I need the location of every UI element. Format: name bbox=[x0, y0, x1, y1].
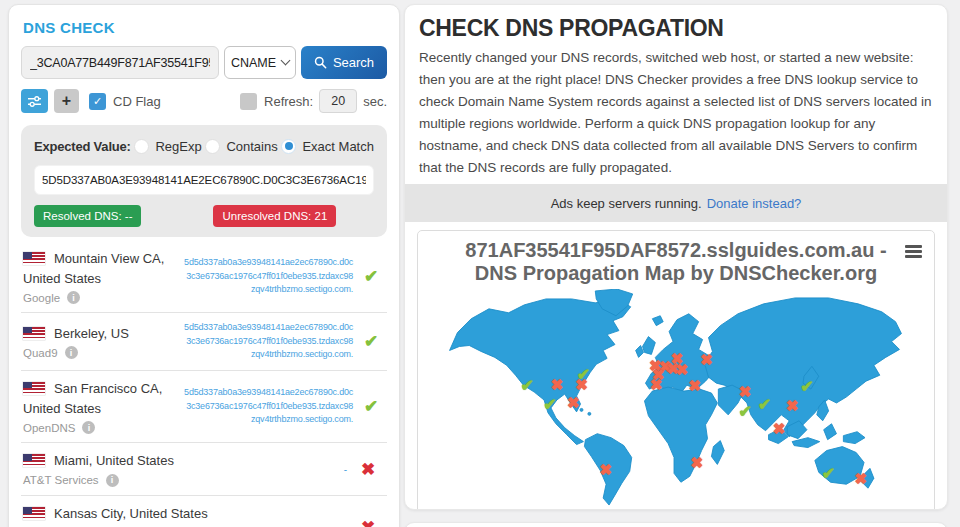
search-icon bbox=[314, 56, 327, 69]
unresolved-marker-icon: ✖ bbox=[567, 395, 580, 410]
map-title-line2: DNS Propagation Map by DNSChecker.org bbox=[418, 262, 934, 285]
next-section-card bbox=[404, 522, 948, 527]
server-provider: AT&T Services bbox=[23, 474, 99, 486]
ads-strip: Ads keep servers running. Donate instead… bbox=[405, 184, 947, 222]
radio-exact-match[interactable]: Exact Match bbox=[281, 139, 374, 154]
chart-menu-icon[interactable] bbox=[905, 245, 922, 260]
server-row: San Francisco CA, United States OpenDNS … bbox=[21, 371, 387, 443]
server-provider: Quad9 bbox=[23, 347, 58, 359]
record-type-value: CNAME bbox=[231, 56, 276, 70]
ads-text: Ads keep servers running. bbox=[551, 196, 702, 211]
badge-row: Resolved DNS: -- Unresolved DNS: 21 bbox=[34, 205, 374, 227]
cd-flag-checkbox[interactable]: ✓ bbox=[89, 93, 106, 110]
status-icon: ✔ bbox=[357, 331, 385, 352]
map-title-line1: 871AF35541F95DAF8572.sslguides.com.au - bbox=[418, 239, 934, 262]
chevron-down-icon bbox=[281, 56, 291, 66]
refresh-label: Refresh: bbox=[264, 94, 313, 109]
server-location: Miami, United States bbox=[54, 453, 174, 468]
resolved-marker-icon: ✔ bbox=[520, 378, 533, 394]
radio-contains[interactable]: Contains bbox=[205, 139, 277, 154]
refresh-unit-label: sec. bbox=[363, 94, 387, 109]
propagation-card: CHECK DNS PROPAGATION Recently changed y… bbox=[404, 4, 948, 510]
server-location-block: Kansas City, United States WholeSale Int… bbox=[23, 504, 219, 527]
resolved-dns-badge: Resolved DNS: -- bbox=[34, 205, 141, 227]
search-button-label: Search bbox=[333, 55, 374, 70]
resolved-marker-icon: ✔ bbox=[822, 466, 835, 482]
server-provider: OpenDNS bbox=[23, 422, 75, 434]
donate-link[interactable]: Donate instead? bbox=[707, 196, 802, 211]
resolved-marker-icon: ✔ bbox=[543, 397, 556, 413]
search-button[interactable]: Search bbox=[301, 46, 387, 79]
page-title: CHECK DNS PROPAGATION bbox=[419, 15, 933, 42]
status-icon: ✔ bbox=[357, 266, 385, 287]
unresolved-marker-icon: ✖ bbox=[575, 377, 588, 392]
radio-regexp[interactable]: RegExp bbox=[134, 139, 201, 154]
server-location-block: Miami, United States AT&T Services i bbox=[23, 451, 219, 486]
server-location: Kansas City, United States bbox=[54, 506, 208, 521]
info-icon[interactable]: i bbox=[65, 346, 78, 359]
options-sliders-button[interactable] bbox=[21, 89, 48, 113]
server-dns-value: - bbox=[219, 520, 351, 527]
server-location: Berkeley, US bbox=[54, 326, 129, 341]
propagation-map-card: 871AF35541F95DAF8572.sslguides.com.au - … bbox=[417, 230, 935, 510]
server-row: Berkeley, US Quad9 i 5d5d337ab0a3e939481… bbox=[21, 313, 387, 371]
server-location-block: San Francisco CA, United States OpenDNS … bbox=[23, 379, 184, 434]
controls-row: + ✓ CD Flag Refresh: sec. bbox=[21, 89, 387, 113]
us-flag-icon bbox=[23, 454, 45, 467]
unresolved-marker-icon: ✖ bbox=[551, 377, 564, 392]
resolved-marker-icon: ✔ bbox=[758, 397, 771, 413]
unresolved-marker-icon: ✖ bbox=[739, 384, 752, 399]
add-server-button[interactable]: + bbox=[54, 89, 79, 113]
search-row: CNAME Search bbox=[21, 46, 387, 79]
sliders-icon bbox=[27, 95, 42, 108]
server-dns-value: - bbox=[219, 462, 351, 477]
server-location-block: Berkeley, US Quad9 i bbox=[23, 324, 184, 359]
info-icon[interactable]: i bbox=[67, 291, 80, 304]
server-dns-value: 5d5d337ab0a3e93948141ae2ec67890c.d0c3c3e… bbox=[184, 321, 357, 362]
server-dns-value: 5d5d337ab0a3e93948141ae2ec67890c.d0c3c3e… bbox=[184, 386, 357, 427]
unresolved-marker-icon: ✖ bbox=[650, 377, 663, 392]
main-content: CHECK DNS PROPAGATION Recently changed y… bbox=[404, 4, 948, 527]
record-type-select[interactable]: CNAME bbox=[224, 46, 296, 79]
status-icon: ✔ bbox=[357, 396, 385, 417]
unresolved-dns-badge: Unresolved DNS: 21 bbox=[213, 205, 336, 227]
expected-value-label: Expected Value: bbox=[34, 139, 131, 154]
server-provider: Google bbox=[23, 292, 60, 304]
unresolved-marker-icon: ✖ bbox=[688, 378, 701, 393]
dns-check-panel: DNS CHECK CNAME Search + ✓ CD Flag bbox=[8, 4, 400, 527]
server-provider-row: OpenDNS i bbox=[23, 421, 184, 434]
intro-paragraph: Recently changed your DNS records, switc… bbox=[419, 47, 933, 179]
status-icon: ✖ bbox=[351, 459, 385, 480]
server-provider-row: Google i bbox=[23, 291, 184, 304]
us-flag-icon bbox=[23, 382, 45, 395]
server-location-block: Mountain View CA, United States Google i bbox=[23, 249, 184, 304]
server-row: Kansas City, United States WholeSale Int… bbox=[21, 496, 387, 527]
server-provider-row: AT&T Services i bbox=[23, 474, 219, 487]
refresh-seconds-input[interactable] bbox=[319, 89, 357, 113]
status-icon: ✖ bbox=[351, 517, 385, 527]
server-provider-row: Quad9 i bbox=[23, 346, 184, 359]
refresh-checkbox[interactable] bbox=[240, 93, 257, 110]
info-icon[interactable]: i bbox=[106, 474, 119, 487]
expected-options: Expected Value: RegExpContainsExact Matc… bbox=[34, 135, 374, 157]
world-map: ✔✔✖✖✔✖✖✖✖✖✖✖✖✖✖✖✔✔✖✔✖✖✖✔✖ bbox=[422, 289, 930, 509]
us-flag-icon bbox=[23, 252, 45, 265]
server-dns-value: 5d5d337ab0a3e93948141ae2ec67890c.d0c3c3e… bbox=[184, 256, 357, 297]
dns-server-list: Mountain View CA, United States Google i… bbox=[21, 241, 387, 527]
panel-title: DNS CHECK bbox=[23, 19, 385, 36]
hostname-input[interactable] bbox=[21, 46, 219, 79]
info-icon[interactable]: i bbox=[82, 421, 95, 434]
unresolved-marker-icon: ✖ bbox=[786, 397, 799, 412]
unresolved-marker-icon: ✖ bbox=[855, 471, 868, 486]
resolved-marker-icon: ✔ bbox=[738, 404, 751, 420]
expected-value-panel: Expected Value: RegExpContainsExact Matc… bbox=[21, 125, 387, 237]
resolved-marker-icon: ✔ bbox=[800, 379, 813, 395]
unresolved-marker-icon: ✖ bbox=[700, 352, 713, 367]
cd-flag-label: CD Flag bbox=[113, 94, 161, 109]
us-flag-icon bbox=[23, 507, 45, 520]
server-row: Miami, United States AT&T Services i - ✖ bbox=[21, 443, 387, 496]
expected-value-input[interactable] bbox=[34, 165, 374, 195]
unresolved-marker-icon: ✖ bbox=[691, 455, 704, 470]
unresolved-marker-icon: ✖ bbox=[600, 462, 613, 477]
us-flag-icon bbox=[23, 327, 45, 340]
